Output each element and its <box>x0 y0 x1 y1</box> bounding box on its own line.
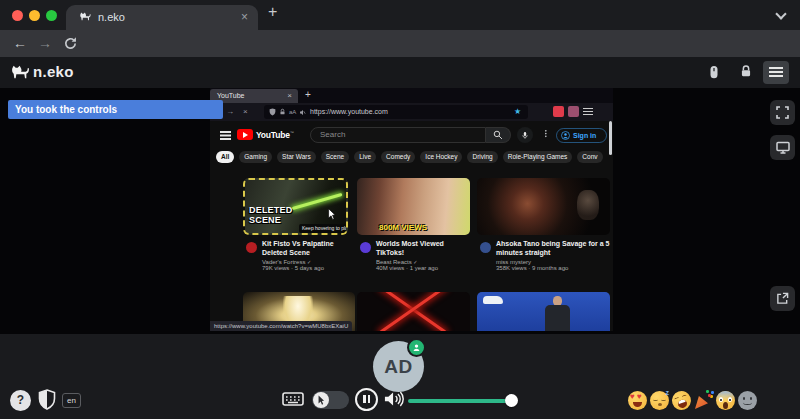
party-popper-emoji[interactable] <box>694 391 713 410</box>
chip-all[interactable]: All <box>216 151 234 163</box>
emoji-picker-button[interactable] <box>738 391 757 410</box>
remote-menu-icon[interactable] <box>583 108 593 109</box>
video-thumbnail-6[interactable] <box>477 292 610 331</box>
remote-tab-youtube[interactable]: YouTube × <box>210 89 298 103</box>
person-icon <box>412 343 421 352</box>
video-thumbnail-2[interactable]: 800M VIEWS <box>357 178 470 235</box>
video-title[interactable]: Kit Fisto Vs Palpatine Deleted Scene <box>262 240 353 257</box>
browser-tab-neko[interactable]: n.eko × <box>66 5 258 30</box>
control-mode-toggle[interactable] <box>312 391 349 409</box>
remote-screen[interactable]: YouTube × + → × aA https://www.youtube.c… <box>210 88 613 331</box>
youtube-search-button[interactable] <box>486 127 511 143</box>
video-card-2[interactable]: Worlds Most Viewed TikToks! Beast Reacts… <box>357 240 472 271</box>
youtube-search-input[interactable]: Search <box>310 127 486 143</box>
video-meta: 79K views · 5 days ago <box>262 265 353 271</box>
video-thumbnail-3[interactable] <box>477 178 610 235</box>
extension-icon[interactable] <box>568 106 579 117</box>
reader-mode-icon[interactable]: aA <box>289 109 296 115</box>
remote-forward-icon[interactable]: → <box>226 107 234 116</box>
video-meta: 40M views · 1 year ago <box>376 265 472 271</box>
chip-live[interactable]: Live <box>354 151 376 163</box>
window-zoom-button[interactable] <box>46 10 57 21</box>
popout-button[interactable] <box>770 286 795 311</box>
heart-eyes-emoji[interactable]: ♥ ♥ <box>628 391 647 410</box>
chip-ice-hockey[interactable]: Ice Hockey <box>420 151 462 163</box>
browser-tabstrip: n.eko × + <box>0 0 800 30</box>
https-lock-icon[interactable] <box>279 108 286 116</box>
volume-button[interactable] <box>383 390 404 408</box>
channel-avatar[interactable] <box>360 242 371 253</box>
youtube-menu-icon[interactable] <box>545 130 547 132</box>
tab-close-icon[interactable]: × <box>241 10 248 24</box>
chip-gaming[interactable]: Gaming <box>239 151 272 163</box>
youtube-guide-icon[interactable] <box>220 131 231 133</box>
reload-icon[interactable] <box>63 36 78 51</box>
mouse-control-icon[interactable] <box>707 64 721 80</box>
channel-avatar[interactable] <box>246 242 257 253</box>
help-button[interactable]: ? <box>10 390 31 411</box>
back-icon[interactable]: ← <box>13 35 27 51</box>
cursor-icon <box>317 395 325 406</box>
remote-stop-icon[interactable]: × <box>243 107 248 116</box>
sleeping-emoji[interactable]: z <box>650 391 669 410</box>
muted-speaker-icon[interactable] <box>299 109 306 116</box>
external-link-icon <box>776 292 789 305</box>
bookmark-star-icon[interactable]: ★ <box>514 107 521 116</box>
new-tab-button[interactable]: + <box>268 3 277 21</box>
protection-button[interactable] <box>38 389 56 410</box>
tab-title: n.eko <box>98 11 125 23</box>
remote-new-tab-button[interactable]: + <box>305 89 311 100</box>
voice-search-button[interactable] <box>517 127 533 143</box>
volume-slider-knob[interactable] <box>505 394 518 407</box>
forward-icon[interactable]: → <box>38 35 52 51</box>
rofl-emoji[interactable] <box>670 389 694 413</box>
controls-notification: You took the controls <box>8 100 223 119</box>
pause-button[interactable] <box>355 388 378 411</box>
language-button[interactable]: en <box>62 393 81 408</box>
chevron-down-icon[interactable] <box>775 8 786 19</box>
fullscreen-button[interactable] <box>770 100 795 125</box>
video-thumbnail-5[interactable] <box>357 292 470 331</box>
keyboard-icon <box>282 391 304 407</box>
remote-navbar: → × aA https://www.youtube.com ★ <box>210 103 613 121</box>
remote-tab-close-icon[interactable]: × <box>287 89 292 103</box>
video-title[interactable]: Ahsoka Tano being Savage for a 5 minutes… <box>496 240 610 257</box>
chip-role-playing-games[interactable]: Role-Playing Games <box>503 151 573 163</box>
video-card-1[interactable]: Kit Fisto Vs Palpatine Deleted Scene Vad… <box>243 240 353 271</box>
remote-url-text: https://www.youtube.com <box>310 108 388 115</box>
chip-comedy[interactable]: Comedy <box>381 151 415 163</box>
app-title: n.eko <box>33 63 74 80</box>
extension-icon-red[interactable] <box>553 106 564 117</box>
youtube-logo-icon[interactable] <box>237 129 253 140</box>
video-title[interactable]: Worlds Most Viewed TikToks! <box>376 240 472 257</box>
hamburger-icon <box>769 67 783 69</box>
mouse-cursor <box>327 208 336 221</box>
fullscreen-icon <box>776 106 789 119</box>
video-thumbnail-1[interactable]: DELETED SCENE Keep hovering to play <box>243 178 348 235</box>
scream-emoji[interactable] <box>716 391 735 410</box>
chip-scene[interactable]: Scene <box>321 151 349 163</box>
window-close-button[interactable] <box>12 10 23 21</box>
remote-tabbar: YouTube × + <box>210 88 613 103</box>
volume-slider[interactable] <box>408 399 514 403</box>
stage: You took the controls YouTube × + → × <box>0 88 800 334</box>
link-status-bar: https://www.youtube.com/watch?v=wMU8bxEX… <box>210 321 352 331</box>
browser-toolbar: ← → i localhost:8080 Guest <box>0 30 800 57</box>
search-icon <box>493 130 503 140</box>
keyboard-button[interactable] <box>282 391 304 407</box>
menu-button[interactable] <box>763 61 789 84</box>
chip-star-wars[interactable]: Star Wars <box>277 151 316 163</box>
remote-scrollbar[interactable] <box>609 121 612 155</box>
chip-driving[interactable]: Driving <box>467 151 497 163</box>
sign-in-button[interactable]: Sign in <box>556 128 607 143</box>
video-card-3[interactable]: Ahsoka Tano being Savage for a 5 minutes… <box>477 240 610 271</box>
tracking-shield-icon[interactable] <box>269 108 276 116</box>
chip-conversation[interactable]: Conv <box>577 151 602 163</box>
youtube-wordmark[interactable]: YouTube™ <box>256 130 294 140</box>
channel-avatar[interactable] <box>480 242 491 253</box>
neko-favicon <box>78 12 91 22</box>
window-minimize-button[interactable] <box>29 10 40 21</box>
lock-icon[interactable] <box>739 64 753 79</box>
screen-settings-button[interactable] <box>770 135 795 160</box>
remote-urlbar[interactable]: aA https://www.youtube.com ★ <box>264 105 528 119</box>
